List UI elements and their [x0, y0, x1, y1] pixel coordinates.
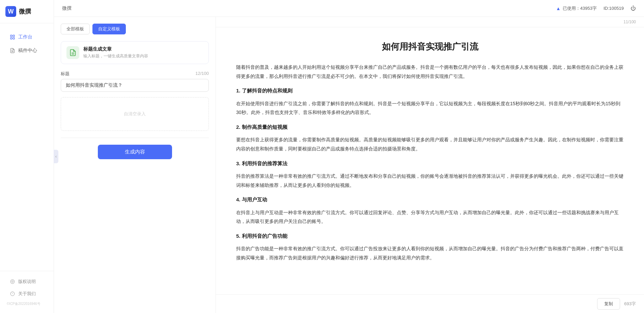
svg-rect-0: [10, 35, 12, 37]
title-input[interactable]: [61, 79, 209, 92]
tab-all[interactable]: 全部模板: [61, 24, 90, 34]
svg-rect-3: [13, 37, 15, 39]
card-info: 标题生成文章 输入标题，一键生成高质量文章内容: [83, 46, 148, 59]
usage-label: 已使用：43953字: [563, 5, 597, 11]
doc-para-2: 在开始使用抖音进行推广引流之前，你需要了解抖音的特点和规则。抖音是一个短视频分享…: [236, 99, 624, 117]
sidebar-bottom: 版权说明 关于我们 ©ICP备2022016946号: [0, 271, 54, 313]
nav-items: 工作台 稿件中心: [0, 23, 54, 271]
doc-para-6: 抖音的推荐算法是一种非常有效的推广引流方式。通过不断地发布和分享自己的短视频，你…: [236, 172, 624, 190]
sidebar-item-copyright[interactable]: 版权说明: [3, 276, 51, 287]
sidebar-item-workbench[interactable]: 工作台: [3, 31, 51, 44]
drafts-label: 稿件中心: [18, 48, 37, 54]
topbar-title: 微撰: [62, 5, 72, 11]
collapse-handle[interactable]: ‹: [54, 150, 58, 163]
right-panel: 11/100 如何用抖音实现推广引流 随着抖音的普及，越来越多的人开始利用这个短…: [216, 17, 644, 313]
svg-rect-1: [13, 35, 15, 37]
topbar-id: ID:100519: [604, 6, 624, 11]
doc-heading-7: 4. 与用户互动: [236, 195, 624, 205]
doc-para-10: 抖音的广告功能是一种非常有效的推广引流方式。你可以通过广告投放来让更多的人看到你…: [236, 244, 624, 262]
divider: [61, 138, 209, 138]
copy-button[interactable]: 复制: [597, 298, 620, 310]
doc-para-4: 要想在抖音上获得更多的流量，你需要制作高质量的短视频。高质量的短视频能够吸引更多…: [236, 135, 624, 153]
doc-content: 如何用抖音实现推广引流 随着抖音的普及，越来越多的人开始利用这个短视频分享平台来…: [216, 27, 644, 294]
about-label: 关于我们: [18, 291, 36, 297]
card-desc: 输入标题，一键生成高质量文章内容: [83, 53, 148, 59]
doc-heading-3: 2. 制作高质量的短视频: [236, 122, 624, 132]
topbar-right: ▲ 已使用：43953字 ID:100519 ⏻: [556, 5, 636, 11]
doc-body: 随着抖音的普及，越来越多的人开始利用这个短视频分享平台来推广自己的产品或服务。抖…: [236, 63, 624, 262]
copyright-label: 版权说明: [18, 279, 36, 285]
app-name: 微撰: [19, 7, 31, 16]
sidebar: W 微撰 工作台 稿件中心 版权说明 关于我们: [0, 0, 54, 313]
doc-title: 如何用抖音实现推广引流: [236, 41, 624, 53]
main: 微撰 ▲ 已使用：43953字 ID:100519 ⏻ 全部模板 自定义模板 标…: [54, 0, 644, 313]
topbar-usage: ▲ 已使用：43953字: [556, 5, 597, 11]
doc-para-0: 随着抖音的普及，越来越多的人开始利用这个短视频分享平台来推广自己的产品或服务。抖…: [236, 63, 624, 81]
template-card[interactable]: 标题生成文章 输入标题，一键生成高质量文章内容: [61, 41, 209, 64]
title-field-label: 标题 12/100: [61, 71, 209, 77]
page-count: 11/100: [623, 20, 636, 24]
sidebar-item-about[interactable]: 关于我们: [3, 288, 51, 300]
svg-rect-2: [10, 37, 12, 39]
drafts-icon: [9, 48, 16, 54]
doc-heading-9: 5. 利用抖音的广告功能: [236, 231, 624, 241]
card-title: 标题生成文章: [83, 46, 148, 52]
left-panel: 全部模板 自定义模板 标题生成文章 输入标题，一键生成高质量文章内容 标题 12…: [54, 17, 216, 313]
topbar: 微撰 ▲ 已使用：43953字 ID:100519 ⏻: [54, 0, 644, 17]
word-count: 693字: [624, 301, 636, 307]
logo-area: W 微撰: [0, 0, 54, 23]
title-char-count: 12/100: [195, 71, 209, 77]
card-icon: [66, 46, 79, 59]
logo-icon: W: [5, 6, 16, 17]
doc-para-8: 在抖音上与用户互动是一种非常有效的推广引流方式。你可以通过回复评论、点赞、分享等…: [236, 208, 624, 226]
power-button[interactable]: ⏻: [631, 5, 636, 11]
workbench-icon: [9, 34, 16, 40]
content: 全部模板 自定义模板 标题生成文章 输入标题，一键生成高质量文章内容 标题 12…: [54, 17, 644, 313]
sidebar-item-drafts[interactable]: 稿件中心: [3, 44, 51, 57]
template-tabs: 全部模板 自定义模板: [61, 24, 209, 34]
placeholder-text: 自清空录入: [124, 111, 146, 116]
doc-footer: 复制 693字: [216, 294, 644, 313]
workbench-label: 工作台: [18, 34, 32, 40]
svg-point-7: [10, 280, 15, 284]
extra-field-placeholder[interactable]: 自清空录入: [61, 97, 209, 131]
tab-custom[interactable]: 自定义模板: [92, 24, 126, 34]
title-label-text: 标题: [61, 71, 69, 77]
doc-heading-1: 1. 了解抖音的特点和规则: [236, 86, 624, 96]
doc-heading-5: 3. 利用抖音的推荐算法: [236, 159, 624, 169]
generate-button[interactable]: 生成内容: [98, 145, 172, 159]
doc-toolbar: 11/100: [216, 17, 644, 27]
icp-text: ©ICP备2022016946号: [0, 300, 54, 309]
usage-icon: ▲: [556, 6, 561, 11]
about-icon: [9, 291, 16, 297]
copyright-icon: [9, 279, 16, 285]
logo-letter: W: [8, 8, 14, 15]
